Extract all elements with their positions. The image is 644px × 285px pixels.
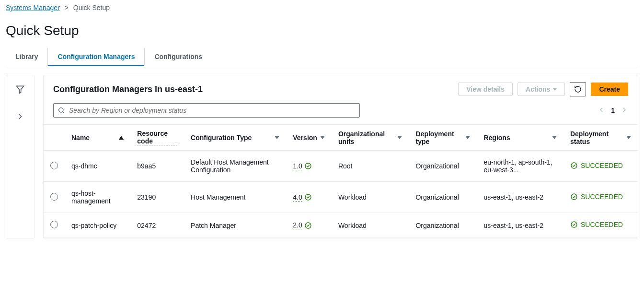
chevron-right-icon [621,106,628,114]
svg-point-4 [571,163,577,168]
view-details-button[interactable]: View details [458,83,513,96]
filter-dropdown-icon [320,136,325,139]
page-title: Quick Setup [6,23,638,38]
chevron-right-icon: > [65,4,69,12]
svg-point-7 [305,223,311,228]
col-regions-label: Regions [483,134,510,142]
check-circle-icon [570,193,578,201]
cell-org-units: Workload [332,182,409,213]
actions-button-label: Actions [526,85,550,93]
tab-configuration-managers[interactable]: Configuration Managers [47,48,144,66]
svg-point-1 [59,108,63,112]
cell-status: SUCCEEDED [564,213,638,238]
breadcrumb-current: Quick Setup [73,4,110,12]
cell-status: SUCCEEDED [564,151,638,182]
cell-version: 2.0 [286,213,332,238]
cell-org-units: Root [332,151,409,182]
col-config-type[interactable]: Configuration Type [184,125,286,151]
filter-icon[interactable] [15,84,25,95]
search-input[interactable] [68,106,356,115]
create-button[interactable]: Create [591,83,628,96]
filter-dropdown-icon [275,136,279,139]
cell-regions: us-east-1, us-east-2 [477,182,564,213]
actions-button[interactable]: Actions [518,83,565,96]
col-resource-code[interactable]: Resource code [130,125,184,151]
check-circle-icon [570,162,578,169]
pager-prev[interactable] [598,106,605,115]
cell-status: SUCCEEDED [564,182,638,213]
cell-version: 4.0 [286,182,332,213]
cell-config-type: Default Host Management Configuration [184,151,286,182]
cell-deploy-type: Organizational [409,151,477,182]
side-panel [6,75,34,238]
col-deploy-status[interactable]: Deployment status [564,125,638,151]
table-scroll[interactable]: Name Resource code Configuration Type Ve… [44,124,638,238]
tab-library[interactable]: Library [6,48,47,66]
cell-config-type: Patch Manager [184,213,286,238]
check-circle-icon [304,193,312,201]
pager: 1 [598,106,628,115]
cell-name: qs-host-management [65,182,130,213]
table-row: qs-host-management23190Host Management4.… [44,182,638,213]
check-circle-icon [304,222,312,229]
row-select-radio[interactable] [50,221,58,228]
svg-point-5 [305,194,311,200]
caret-down-icon [553,88,557,91]
filter-dropdown-icon [552,136,557,139]
filter-dropdown-icon [397,136,402,139]
col-config-type-label: Configuration Type [191,134,252,142]
check-circle-icon [570,221,578,228]
col-name-label: Name [71,134,90,142]
svg-line-2 [63,112,64,113]
col-regions[interactable]: Regions [477,125,564,151]
cell-name: qs-patch-policy [65,213,130,238]
breadcrumb-parent-link[interactable]: Systems Manager [6,4,60,12]
cell-resource-code: 23190 [130,182,184,213]
content-panel: Configuration Managers in us-east-1 View… [43,75,638,238]
cell-name: qs-dhmc [65,151,130,182]
cell-deploy-type: Organizational [409,182,477,213]
cell-resource-code: b9aa5 [130,151,184,182]
table-row: qs-dhmcb9aa5Default Host Management Conf… [44,151,638,182]
tab-configurations[interactable]: Configurations [144,48,212,66]
breadcrumb: Systems Manager > Quick Setup [0,0,644,15]
cell-config-type: Host Management [184,182,286,213]
filter-dropdown-icon [465,136,470,139]
table-row: qs-patch-policy02472Patch Manager2.0Work… [44,213,638,238]
filter-dropdown-icon [626,136,631,139]
config-managers-table: Name Resource code Configuration Type Ve… [44,125,638,238]
sort-asc-icon [119,136,124,140]
col-deploy-status-label: Deployment status [570,130,623,145]
svg-point-3 [305,163,311,169]
chevron-left-icon [598,106,605,114]
cell-deploy-type: Organizational [409,213,477,238]
cell-org-units: Workload [332,213,409,238]
cell-version: 1.0 [286,151,332,182]
cell-regions: us-east-1, us-east-2 [477,213,564,238]
panel-title: Configuration Managers in us-east-1 [53,84,203,95]
row-select-radio[interactable] [50,193,58,201]
svg-point-6 [571,194,577,200]
svg-point-8 [571,222,577,227]
pager-next[interactable] [621,106,628,115]
svg-marker-0 [17,86,24,93]
cell-resource-code: 02472 [130,213,184,238]
pager-page-number: 1 [611,107,615,114]
col-org-units-label: Organizational units [338,130,395,145]
col-name[interactable]: Name [65,125,130,151]
search-box[interactable] [53,103,360,118]
row-select-radio[interactable] [50,162,58,169]
cell-regions: eu-north-1, ap-south-1, eu-west-3... [477,151,564,182]
col-deploy-type-label: Deployment type [415,130,462,145]
col-deploy-type[interactable]: Deployment type [409,125,477,151]
col-version[interactable]: Version [286,125,332,151]
col-org-units[interactable]: Organizational units [332,125,409,151]
chevron-right-icon[interactable] [15,111,25,122]
tabs: Library Configuration Managers Configura… [6,48,638,66]
col-version-label: Version [293,134,317,142]
search-icon [58,107,65,114]
col-resource-code-label: Resource code [137,130,177,145]
refresh-icon [574,85,582,93]
refresh-button[interactable] [570,82,586,96]
check-circle-icon [304,162,312,170]
